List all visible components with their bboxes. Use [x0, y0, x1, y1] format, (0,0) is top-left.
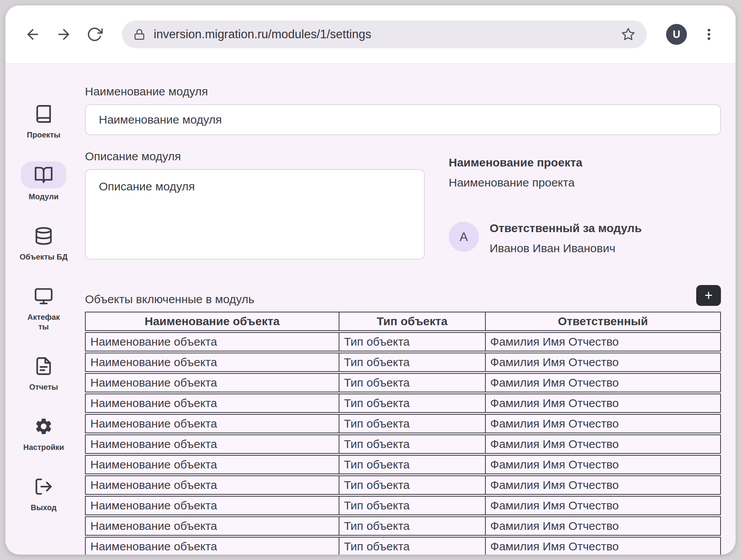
- table-cell: Наименование объекта: [85, 434, 339, 454]
- reload-icon[interactable]: [86, 26, 103, 42]
- objects-table: Наименование объектаТип объектаОтветстве…: [85, 311, 721, 555]
- table-row[interactable]: Наименование объектаТип объектаФамилия И…: [85, 455, 721, 474]
- project-name-title: Наименование проекта: [449, 156, 642, 169]
- column-header: Тип объекта: [339, 312, 486, 331]
- table-cell: Тип объекта: [339, 332, 486, 351]
- table-cell: Фамилия Имя Отчество: [486, 496, 721, 515]
- table-cell: Тип объекта: [339, 353, 486, 372]
- table-cell: Фамилия Имя Отчество: [486, 516, 721, 536]
- profile-avatar[interactable]: U: [666, 24, 687, 45]
- objects-table-head-row: Наименование объектаТип объектаОтветстве…: [85, 312, 721, 331]
- sidebar-item-label: Проекты: [27, 130, 61, 140]
- browser-menu-icon[interactable]: [702, 27, 716, 42]
- module-settings-form: Наименование модуля Описание модуля Наим…: [82, 64, 736, 555]
- responsible-avatar: A: [449, 222, 479, 252]
- table-cell: Тип объекта: [339, 537, 486, 555]
- table-cell: Наименование объекта: [85, 353, 339, 372]
- responsible-title: Ответственный за модуль: [490, 222, 642, 235]
- sidebar-item-label: Актефакты: [26, 312, 61, 332]
- logout-icon: [34, 477, 53, 496]
- table-row[interactable]: Наименование объектаТип объектаФамилия И…: [85, 537, 721, 555]
- sidebar-item-settings[interactable]: Настройки: [23, 414, 64, 452]
- table-row[interactable]: Наименование объектаТип объектаФамилия И…: [85, 414, 721, 433]
- responsible-value: Иванов Иван Иванович: [490, 242, 642, 255]
- module-name-label: Наименование модуля: [85, 85, 721, 98]
- objects-section-title: Объекты включенные в модуль: [85, 293, 254, 306]
- sidebar-item-label: Объекты БД: [20, 252, 68, 262]
- forward-icon[interactable]: [56, 26, 72, 42]
- table-cell: Фамилия Имя Отчество: [486, 434, 721, 454]
- table-cell: Тип объекта: [339, 475, 486, 495]
- module-description-label: Описание модуля: [85, 150, 425, 163]
- table-cell: Фамилия Имя Отчество: [486, 373, 721, 392]
- table-cell: Фамилия Имя Отчество: [486, 414, 721, 433]
- responsible-info: A Ответственный за модуль Иванов Иван Ив…: [449, 222, 642, 255]
- table-row[interactable]: Наименование объектаТип объектаФамилия И…: [85, 516, 721, 536]
- project-info: Наименование проекта Наименование проект…: [449, 156, 642, 189]
- sidebar-item-modules[interactable]: Модули: [21, 161, 66, 202]
- table-cell: Фамилия Имя Отчество: [486, 353, 721, 372]
- back-icon[interactable]: [25, 26, 41, 42]
- url-text[interactable]: inversion.migration.ru/modules/1/setting…: [154, 27, 613, 41]
- sidebar-item-projects[interactable]: Проекты: [25, 101, 62, 140]
- table-cell: Наименование объекта: [85, 537, 339, 555]
- browser-window: inversion.migration.ru/modules/1/setting…: [5, 5, 736, 555]
- table-cell: Тип объекта: [339, 434, 486, 454]
- monitor-icon: [34, 287, 53, 306]
- sidebar-item-reports[interactable]: Отчеты: [25, 353, 62, 392]
- table-row[interactable]: Наименование объектаТип объектаФамилия И…: [85, 373, 721, 392]
- sidebar-item-label: Модули: [29, 192, 58, 202]
- table-row[interactable]: Наименование объектаТип объектаФамилия И…: [85, 434, 721, 454]
- database-icon: [34, 226, 53, 246]
- table-cell: Наименование объекта: [85, 516, 339, 536]
- address-bar[interactable]: inversion.migration.ru/modules/1/setting…: [122, 20, 647, 48]
- module-name-input[interactable]: [85, 104, 721, 135]
- table-cell: Тип объекта: [339, 496, 486, 515]
- table-row[interactable]: Наименование объектаТип объектаФамилия И…: [85, 332, 721, 351]
- table-cell: Наименование объекта: [85, 496, 339, 515]
- table-cell: Наименование объекта: [85, 373, 339, 392]
- book-icon: [34, 104, 53, 124]
- table-cell: Наименование объекта: [85, 394, 339, 413]
- table-cell: Наименование объекта: [85, 332, 339, 351]
- table-cell: Фамилия Имя Отчество: [486, 537, 721, 555]
- sidebar-item-label: Выход: [31, 503, 57, 512]
- table-cell: Наименование объекта: [85, 455, 339, 474]
- sidebar-item-db-objects[interactable]: Объекты БД: [20, 223, 68, 262]
- table-cell: Наименование объекта: [85, 414, 339, 433]
- objects-table-body: Наименование объектаТип объектаФамилия И…: [85, 332, 721, 555]
- table-cell: Фамилия Имя Отчество: [486, 475, 721, 495]
- lock-icon: [134, 29, 145, 40]
- table-row[interactable]: Наименование объектаТип объектаФамилия И…: [85, 496, 721, 515]
- gear-icon: [34, 417, 53, 436]
- table-cell: Тип объекта: [339, 373, 486, 392]
- sidebar: Проекты Модули Объекты БД Актефакты: [5, 64, 82, 555]
- column-header: Наименование объекта: [85, 312, 339, 331]
- table-row[interactable]: Наименование объектаТип объектаФамилия И…: [85, 394, 721, 413]
- table-cell: Тип объекта: [339, 455, 486, 474]
- table-cell: Тип объекта: [339, 516, 486, 536]
- document-icon: [34, 356, 53, 376]
- module-description-textarea[interactable]: [85, 169, 425, 260]
- add-object-button[interactable]: +: [696, 285, 721, 306]
- browser-toolbar: inversion.migration.ru/modules/1/setting…: [5, 5, 736, 64]
- project-name-value: Наименование проекта: [449, 176, 642, 189]
- table-row[interactable]: Наименование объектаТип объектаФамилия И…: [85, 475, 721, 495]
- sidebar-item-logout[interactable]: Выход: [25, 474, 62, 512]
- table-row[interactable]: Наименование объектаТип объектаФамилия И…: [85, 353, 721, 372]
- table-cell: Фамилия Имя Отчество: [486, 332, 721, 351]
- table-cell: Тип объекта: [339, 394, 486, 413]
- table-cell: Фамилия Имя Отчество: [486, 394, 721, 413]
- bookmark-star-icon[interactable]: [621, 27, 635, 41]
- table-cell: Тип объекта: [339, 414, 486, 433]
- sidebar-item-label: Отчеты: [29, 382, 58, 392]
- column-header: Ответственный: [486, 312, 721, 331]
- table-cell: Фамилия Имя Отчество: [486, 455, 721, 474]
- sidebar-item-artifacts[interactable]: Актефакты: [25, 283, 62, 332]
- table-cell: Наименование объекта: [85, 475, 339, 495]
- sidebar-item-label: Настройки: [23, 443, 64, 452]
- page-content: Проекты Модули Объекты БД Актефакты: [5, 64, 736, 555]
- open-book-icon: [34, 165, 53, 185]
